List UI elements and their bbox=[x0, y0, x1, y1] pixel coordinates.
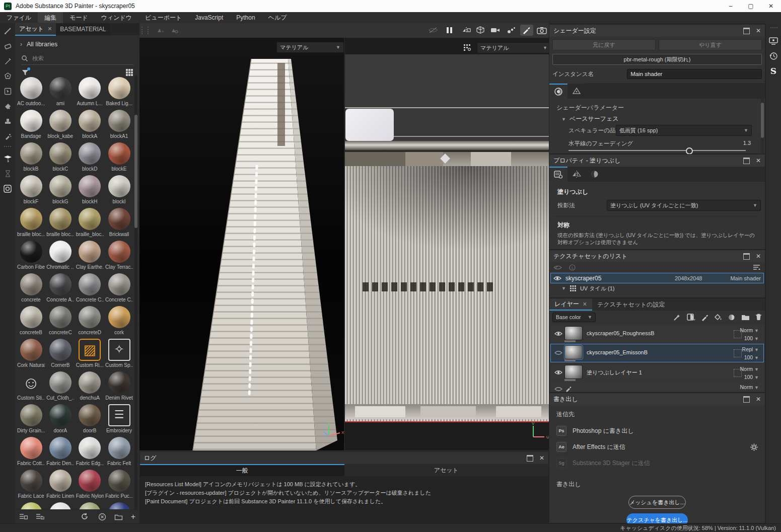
refresh-icon[interactable] bbox=[80, 513, 90, 520]
link-visibility-icon[interactable] bbox=[553, 265, 562, 270]
close-panel-icon[interactable]: ✕ bbox=[539, 454, 544, 462]
float-panel-icon[interactable] bbox=[743, 253, 750, 260]
camera-view-icon[interactable] bbox=[489, 25, 502, 36]
close-panel-icon[interactable]: ✕ bbox=[756, 27, 761, 34]
log-tab-general[interactable]: 一般 bbox=[140, 464, 344, 476]
add-mask-icon[interactable] bbox=[687, 314, 695, 321]
mirror-settings-icon[interactable] bbox=[168, 25, 181, 36]
asset-item[interactable]: Embroidery bbox=[105, 401, 133, 433]
asset-item[interactable]: Carbon Fiber bbox=[17, 237, 45, 270]
shader-panel-scrollbar[interactable] bbox=[761, 99, 764, 158]
delete-layer-trash-icon[interactable] bbox=[755, 314, 762, 321]
layer-blend-mode[interactable]: Norm ▼ bbox=[740, 366, 759, 372]
rotation-mode-icon[interactable] bbox=[0, 181, 15, 196]
add-fill-layer-icon[interactable] bbox=[714, 314, 723, 321]
asset-item[interactable]: Fabric Puc... bbox=[105, 466, 133, 499]
cancel-circle-icon[interactable] bbox=[98, 513, 106, 521]
asset-item[interactable]: Fabric Den... bbox=[46, 433, 74, 466]
specular-quality-dropdown[interactable]: 低画質 (16 spp)▼ bbox=[616, 125, 752, 136]
layer-blend-mode[interactable]: Repl ▼ bbox=[742, 346, 759, 352]
texture-set-1-icon[interactable]: 1 bbox=[0, 151, 15, 166]
add-paint-layer-icon[interactable] bbox=[701, 314, 708, 321]
properties-tab-sphere[interactable] bbox=[586, 167, 604, 182]
layer-opacity[interactable]: 100 ▼ bbox=[744, 354, 759, 360]
tab-layers[interactable]: レイヤー ✕ bbox=[549, 298, 592, 311]
close-button[interactable]: ✕ bbox=[761, 0, 781, 12]
asset-item[interactable]: block_kabe bbox=[46, 106, 74, 139]
asset-item[interactable]: AC outdoo... bbox=[17, 73, 45, 106]
minimize-button[interactable]: – bbox=[721, 0, 741, 12]
eye-icon[interactable] bbox=[554, 387, 562, 392]
asset-item[interactable]: Custom Ri... bbox=[76, 335, 104, 368]
layer-blend-mode[interactable]: Norm ▼ bbox=[740, 327, 759, 333]
menu-javascript[interactable]: JavaScript bbox=[188, 12, 230, 23]
asset-item[interactable]: Bandage bbox=[17, 106, 45, 139]
asset-item[interactable]: Autumn L... bbox=[76, 73, 104, 106]
polygon-fill-tool-icon[interactable] bbox=[0, 68, 15, 84]
menu-python[interactable]: Python bbox=[230, 12, 261, 23]
texture-set-row[interactable]: skyscraper05 2048x2048 Main shader bbox=[550, 273, 764, 283]
eraser-tool-icon[interactable] bbox=[0, 38, 15, 53]
add-smart-material-icon[interactable] bbox=[728, 314, 736, 321]
close-panel-icon[interactable]: ✕ bbox=[756, 253, 761, 260]
asset-item[interactable]: braille bloc... bbox=[17, 204, 45, 237]
layer-blend-mode[interactable]: Norm ▼ bbox=[740, 384, 759, 390]
asset-item[interactable]: concreteB bbox=[17, 302, 45, 335]
asset-item[interactable]: Clay Earthe... bbox=[76, 237, 104, 270]
layer-row-selected[interactable]: ckyscraper05_EmissonB Repl ▼ 100 ▼ bbox=[550, 344, 764, 362]
asset-item[interactable]: Fabric Lace bbox=[17, 466, 45, 499]
asset-item[interactable]: blockA bbox=[76, 106, 104, 139]
new-folder-icon[interactable] bbox=[114, 513, 123, 520]
asset-item[interactable]: blockE bbox=[105, 139, 133, 172]
asset-item[interactable]: Denim Rivet bbox=[105, 368, 133, 401]
base-surface-group[interactable]: ▼ベースサーフェス bbox=[561, 115, 619, 123]
tab-close-icon[interactable]: ✕ bbox=[47, 23, 52, 35]
eye-hidden-icon[interactable] bbox=[554, 350, 562, 355]
asset-item[interactable]: Custom Sti... bbox=[17, 368, 45, 401]
solo-visibility-icon[interactable]: 1 bbox=[569, 264, 576, 271]
layer-row-partial[interactable]: Norm ▼ bbox=[550, 383, 764, 392]
log-tab-assets[interactable]: アセット bbox=[344, 464, 549, 476]
viewport-2d[interactable]: マテリアル▼ bbox=[345, 38, 549, 450]
asset-item[interactable]: denchuA bbox=[76, 368, 104, 401]
asset-item[interactable]: Fabric Nylon bbox=[76, 466, 104, 499]
asset-item[interactable]: blockI bbox=[105, 172, 133, 204]
breadcrumb[interactable]: All libraries bbox=[27, 41, 57, 48]
asset-item[interactable]: doorB bbox=[76, 401, 104, 433]
instance-name-field[interactable]: Main shader bbox=[627, 69, 762, 79]
search-input[interactable]: 検索 bbox=[32, 55, 44, 62]
tab-close-icon[interactable]: ✕ bbox=[583, 301, 587, 308]
close-panel-icon[interactable]: ✕ bbox=[756, 157, 761, 164]
paint-mode-icon[interactable] bbox=[520, 25, 533, 36]
asset-item[interactable]: CornerB bbox=[46, 335, 74, 368]
asset-item[interactable]: blockA1 bbox=[105, 106, 133, 139]
menu-mode[interactable]: モード bbox=[63, 12, 95, 23]
horizon-fading-value[interactable]: 1.3 bbox=[743, 140, 751, 146]
asset-item[interactable]: braille_bloc... bbox=[76, 204, 104, 237]
projection-tool-icon[interactable] bbox=[0, 53, 15, 68]
shader-undo-button[interactable]: 元に戻す bbox=[552, 39, 656, 50]
tab-basematerial[interactable]: BASEMATERIAL bbox=[56, 23, 110, 35]
asset-item[interactable]: Concrete A... bbox=[46, 270, 74, 302]
display-settings-icon[interactable] bbox=[766, 33, 781, 48]
asset-item[interactable]: Brickwall bbox=[105, 204, 133, 237]
asset-item[interactable]: blockB bbox=[17, 139, 45, 172]
menu-file[interactable]: ファイル bbox=[0, 12, 38, 23]
asset-item[interactable]: concreteC bbox=[46, 302, 74, 335]
asset-item[interactable]: blockC bbox=[46, 139, 74, 172]
asset-item[interactable]: cork bbox=[105, 302, 133, 335]
asset-item[interactable]: Cork Natural bbox=[17, 335, 45, 368]
menu-viewport[interactable]: ビューポート bbox=[138, 12, 188, 23]
pause-engine-icon[interactable] bbox=[443, 25, 456, 36]
viewport-3d[interactable]: マテリアル▼ bbox=[139, 38, 344, 450]
asset-item[interactable]: concrete bbox=[17, 270, 45, 302]
uv-tile-row[interactable]: ▼ UV タイル (1) bbox=[549, 283, 765, 293]
properties-tab-symmetry[interactable] bbox=[567, 167, 586, 182]
paint-tool-icon[interactable] bbox=[0, 23, 15, 38]
asset-item[interactable]: Fabric Linen bbox=[46, 466, 74, 499]
particles-icon[interactable] bbox=[505, 25, 518, 36]
channel-filter-dropdown[interactable]: Base color▼ bbox=[552, 313, 596, 322]
float-panel-icon[interactable] bbox=[527, 455, 533, 462]
asset-item[interactable]: ami bbox=[46, 73, 74, 106]
shader-select-button[interactable]: pbr-metal-rough (期限切れ) bbox=[552, 54, 762, 65]
